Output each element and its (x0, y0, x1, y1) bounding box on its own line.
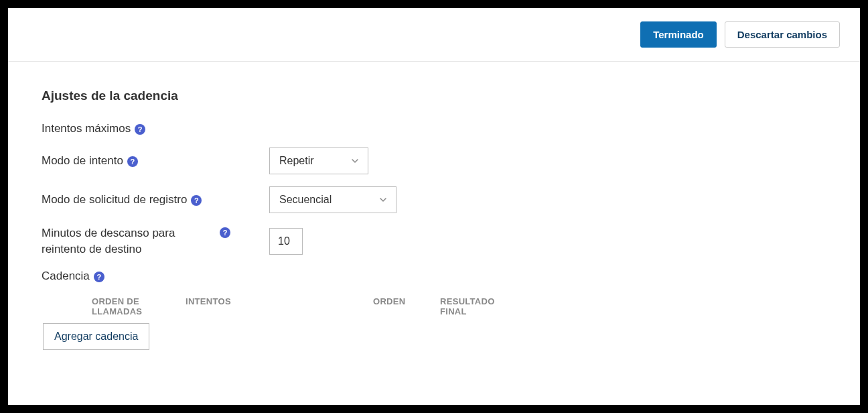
label-record-request-mode-text: Modo de solicitud de registro (42, 193, 187, 206)
row-cadence: Cadencia ? (42, 270, 826, 283)
done-button[interactable]: Terminado (640, 21, 717, 48)
help-icon[interactable]: ? (191, 195, 202, 206)
app-window: Terminado Descartar cambios Ajustes de l… (8, 8, 860, 405)
row-rest-minutes: Minutos de descanso para reintento de de… (42, 225, 826, 257)
row-attempt-mode: Modo de intento ? Repetir (42, 148, 826, 174)
content-area: Ajustes de la cadencia Intentos máximos … (8, 62, 860, 377)
label-rest-minutes: Minutos de descanso para reintento de de… (42, 225, 269, 257)
input-rest-minutes[interactable] (269, 228, 303, 255)
col-attempts: INTENTOS (186, 296, 346, 316)
help-icon[interactable]: ? (127, 156, 138, 167)
cadence-table-header: ORDEN DE LLAMADAS INTENTOS ORDEN RESULTA… (42, 296, 826, 316)
select-record-request-mode[interactable]: Secuencial (269, 186, 396, 213)
row-max-attempts: Intentos máximos ? (42, 122, 826, 135)
label-max-attempts-text: Intentos máximos (42, 122, 131, 135)
col-call-order: ORDEN DE LLAMADAS (92, 296, 159, 316)
add-cadence-button[interactable]: Agregar cadencia (43, 323, 149, 350)
chevron-down-icon (378, 195, 388, 204)
section-title: Ajustes de la cadencia (42, 88, 826, 103)
help-icon[interactable]: ? (94, 272, 104, 282)
label-rest-minutes-text: Minutos de descanso para reintento de de… (42, 225, 216, 257)
col-order: ORDEN (373, 296, 413, 316)
label-cadence: Cadencia ? (42, 270, 269, 283)
label-max-attempts: Intentos máximos ? (42, 122, 269, 135)
chevron-down-icon (350, 156, 360, 166)
row-record-request-mode: Modo de solicitud de registro ? Secuenci… (42, 186, 826, 213)
select-record-request-mode-value: Secuencial (279, 194, 332, 205)
header-bar: Terminado Descartar cambios (8, 8, 860, 62)
col-final-result: RESULTADO FINAL (440, 296, 507, 316)
label-cadence-text: Cadencia (42, 270, 90, 283)
select-attempt-mode-value: Repetir (279, 155, 314, 166)
select-attempt-mode[interactable]: Repetir (269, 148, 368, 174)
help-icon[interactable]: ? (220, 227, 230, 238)
discard-button[interactable]: Descartar cambios (725, 21, 840, 48)
help-icon[interactable]: ? (135, 124, 145, 135)
label-attempt-mode: Modo de intento ? (42, 154, 269, 168)
label-attempt-mode-text: Modo de intento (42, 154, 123, 168)
label-record-request-mode: Modo de solicitud de registro ? (42, 193, 269, 206)
